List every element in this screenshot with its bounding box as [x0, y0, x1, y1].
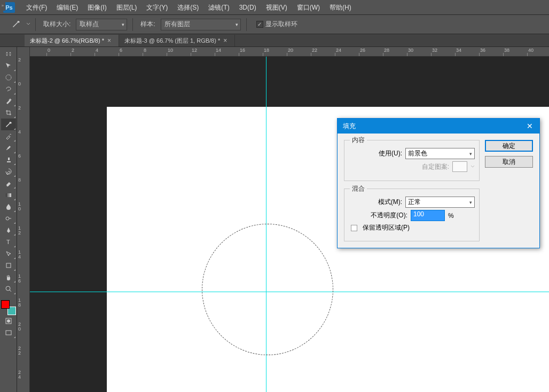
opacity-label: 不透明度(O): — [371, 211, 407, 220]
horizontal-ruler[interactable]: 024681012141618202224262830323436384042 — [30, 47, 549, 57]
screen-mode-tool[interactable] — [1, 327, 16, 339]
chevron-down-icon — [470, 162, 475, 171]
color-swatches[interactable] — [1, 300, 16, 315]
foreground-color[interactable] — [1, 300, 10, 309]
menu-3d[interactable]: 3D(D) — [234, 0, 261, 15]
fill-dialog: 填充 ✕ 内容 使用(U): 前景色 自定图案: 混合 模式(M): — [337, 118, 540, 248]
sample-layers-dropdown[interactable]: 所有图层 — [161, 19, 241, 30]
mode-label: 模式(M): — [378, 198, 402, 207]
menu-bar: Ps 文件(F) 编辑(E) 图像(I) 图层(L) 文字(Y) 选择(S) 滤… — [0, 0, 549, 15]
svg-rect-4 — [6, 263, 11, 268]
use-select[interactable]: 前景色 — [405, 148, 475, 159]
crop-tool[interactable] — [1, 107, 16, 119]
sample-label: 样本: — [140, 20, 155, 29]
preserve-transparency-label: 保留透明区域(P) — [363, 223, 410, 232]
tab-label: 未标题-3 @ 66.7% (图层 1, RGB/8) * — [124, 37, 220, 45]
tabs-expand-icon[interactable]: » — [0, 0, 5, 11]
tab-document-2[interactable]: 未标题-3 @ 66.7% (图层 1, RGB/8) * × — [119, 35, 235, 46]
path-selection-tool[interactable] — [1, 248, 16, 260]
document-tabs: » 未标题-2 @ 66.7%(RGB/8) * × 未标题-3 @ 66.7%… — [0, 34, 549, 47]
pattern-label: 自定图案: — [422, 162, 449, 171]
fieldset-blending-label: 混合 — [350, 184, 367, 193]
mode-select[interactable]: 正常 — [405, 197, 475, 208]
preserve-transparency-checkbox[interactable] — [351, 225, 357, 231]
fieldset-contents: 内容 使用(U): 前景色 自定图案: — [344, 140, 480, 181]
options-bar: 取样大小: 取样点 样本: 所有图层 ✓ 显示取样环 — [0, 15, 549, 34]
opacity-unit: % — [448, 212, 475, 219]
ok-button[interactable]: 确定 — [485, 140, 533, 152]
menu-help[interactable]: 帮助(H) — [325, 0, 356, 15]
show-sample-ring-checkbox[interactable]: ✓ — [256, 21, 263, 28]
dialog-title-text: 填充 — [343, 122, 356, 131]
menu-image[interactable]: 图像(I) — [83, 0, 111, 15]
use-label: 使用(U): — [379, 149, 402, 158]
menu-filter[interactable]: 滤镜(T) — [203, 0, 234, 15]
menu-window[interactable]: 窗口(W) — [292, 0, 325, 15]
svg-rect-8 — [6, 331, 11, 335]
menu-select[interactable]: 选择(S) — [172, 0, 203, 15]
move-tool[interactable] — [1, 60, 16, 72]
opacity-input[interactable]: 100 — [411, 210, 445, 221]
eyedropper-tool[interactable] — [1, 119, 16, 130]
quick-mask-tool[interactable] — [1, 315, 16, 327]
dialog-titlebar[interactable]: 填充 ✕ — [338, 119, 539, 134]
svg-point-0 — [6, 75, 11, 80]
fieldset-contents-label: 内容 — [350, 136, 367, 145]
expand-toolbox-icon[interactable] — [1, 48, 16, 60]
gradient-tool[interactable] — [1, 189, 16, 201]
pen-tool[interactable] — [1, 224, 16, 236]
brush-tool[interactable] — [1, 142, 16, 154]
menu-view[interactable]: 视图(V) — [261, 0, 292, 15]
zoom-tool[interactable] — [1, 283, 16, 295]
menu-type[interactable]: 文字(Y) — [142, 0, 172, 15]
sample-size-dropdown[interactable]: 取样点 — [76, 19, 127, 30]
pattern-swatch — [452, 161, 467, 172]
clone-stamp-tool[interactable] — [1, 154, 16, 166]
menu-file[interactable]: 文件(F) — [21, 0, 52, 15]
vertical-ruler[interactable]: 2024681012141618202224262830 — [17, 47, 30, 392]
sample-size-label: 取样大小: — [43, 20, 70, 29]
tab-document-1[interactable]: 未标题-2 @ 66.7%(RGB/8) * × — [25, 35, 119, 46]
dodge-tool[interactable] — [1, 213, 16, 224]
type-tool[interactable]: T — [1, 236, 16, 248]
close-icon[interactable]: × — [223, 37, 227, 44]
eraser-tool[interactable] — [1, 177, 16, 189]
svg-point-2 — [6, 217, 9, 220]
svg-point-7 — [7, 319, 10, 323]
svg-point-5 — [6, 286, 10, 291]
hand-tool[interactable] — [1, 271, 16, 283]
lasso-tool[interactable] — [1, 83, 16, 95]
show-sample-ring-label: 显示取样环 — [265, 20, 297, 29]
cancel-button[interactable]: 取消 — [485, 156, 533, 168]
history-brush-tool[interactable] — [1, 166, 16, 177]
menu-edit[interactable]: 编辑(E) — [52, 0, 83, 15]
magic-wand-tool[interactable] — [1, 95, 16, 107]
fieldset-blending: 混合 模式(M): 正常 不透明度(O): 100 % 保留透明区域(P) — [344, 189, 480, 241]
svg-rect-1 — [6, 193, 11, 197]
toolbox: T — [0, 47, 17, 392]
close-button[interactable]: ✕ — [520, 119, 539, 134]
eyedropper-options-icon[interactable] — [9, 18, 23, 31]
shape-tool[interactable] — [1, 260, 16, 271]
close-icon[interactable]: × — [107, 37, 111, 44]
marquee-tool[interactable] — [1, 72, 16, 83]
healing-brush-tool[interactable] — [1, 130, 16, 142]
selection-marquee — [202, 224, 333, 355]
tab-label: 未标题-2 @ 66.7%(RGB/8) * — [30, 37, 104, 45]
chevron-down-icon[interactable] — [27, 21, 30, 28]
svg-text:T: T — [6, 239, 10, 245]
blur-tool[interactable] — [1, 201, 16, 213]
menu-layer[interactable]: 图层(L) — [112, 0, 142, 15]
